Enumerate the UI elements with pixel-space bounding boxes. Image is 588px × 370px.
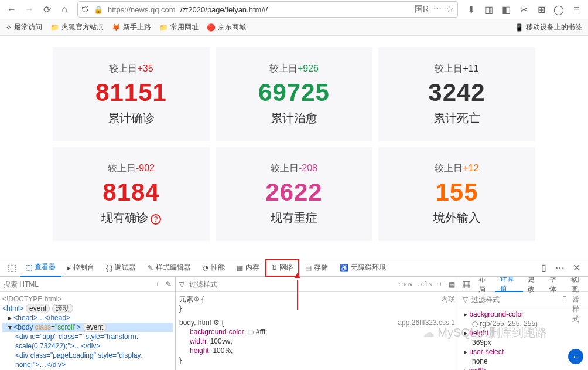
tab-icon: ⇅ xyxy=(271,264,277,272)
stat-card: 较上日+926 69725 累计治愈 xyxy=(216,47,372,141)
sidebar-icon[interactable]: ◧ xyxy=(498,1,514,18)
styles-panel: ▽ :hov .cls ＋ ▤ 元素 ⚙ { 内联 } body, html ⚙… xyxy=(176,277,459,370)
style-rules[interactable]: 元素 ⚙ { 内联 } body, html ⚙ {app.26fff323.c… xyxy=(176,292,459,370)
devtools-tab[interactable]: ▤ 存储 xyxy=(299,259,334,277)
tab-icon: ⬚ xyxy=(26,263,32,271)
dom-line: <div id="app" class="" style="transform:… xyxy=(2,332,173,351)
devtools-tabs: ⬚ ⬚ 查看器▸ 控制台{ } 调试器✎ 样式编辑器◔ 性能▦ 内存⇅ 网络▤ … xyxy=(0,259,588,277)
tab-icon: ▤ xyxy=(305,264,312,272)
style-property[interactable]: background-color: #fff; xyxy=(179,327,455,337)
reader-mode-icon[interactable]: 国R xyxy=(415,4,429,15)
downloads-icon[interactable]: ⬇ xyxy=(463,1,479,18)
lock-icon: 🔒 xyxy=(94,5,103,14)
tab-icon: ▸ xyxy=(67,264,71,272)
stat-label: 境外输入 xyxy=(433,210,480,226)
devtools-tab[interactable]: { } 调试器 xyxy=(100,259,142,277)
url-host: news.qq.com xyxy=(131,5,176,14)
clipboard-icon[interactable]: ▤ xyxy=(449,280,455,288)
page-actions-icon[interactable]: ⋯ xyxy=(433,4,442,15)
hov-cls-toggle[interactable]: :hov .cls xyxy=(397,280,432,288)
screenshot-icon[interactable]: ✂ xyxy=(515,1,532,18)
devtools-tab[interactable]: ▦ 内存 xyxy=(231,259,265,277)
computed-property[interactable]: ▸ user-selectnone xyxy=(464,347,583,366)
style-property[interactable]: height: 100%; xyxy=(179,346,455,355)
add-rule-icon[interactable]: ＋ xyxy=(437,279,444,289)
eyedropper-icon[interactable]: ✎ xyxy=(166,280,172,288)
layout-view-icon[interactable]: ▦ xyxy=(459,277,474,293)
bookmark-item[interactable]: 📁 常用网址 xyxy=(159,22,199,32)
home-button[interactable]: ⌂ xyxy=(56,1,73,18)
stat-delta: 较上日-902 xyxy=(108,162,155,175)
stat-label: 累计治愈 xyxy=(271,110,317,126)
bookmark-item[interactable]: 🦊 新手上路 xyxy=(112,22,151,32)
devtools-tab[interactable]: ⬚ 查看器 xyxy=(20,259,61,277)
help-icon[interactable]: ? xyxy=(151,214,161,225)
bookmark-star-icon[interactable]: ☆ xyxy=(446,4,454,15)
devtools: ⬚ ⬚ 查看器▸ 控制台{ } 调试器✎ 样式编辑器◔ 性能▦ 内存⇅ 网络▤ … xyxy=(0,259,588,370)
stat-label: 累计死亡 xyxy=(433,110,480,126)
stat-label: 现有确诊? xyxy=(101,210,161,226)
devtools-tab[interactable]: ✎ 样式编辑器 xyxy=(142,259,197,277)
tab-icon: { } xyxy=(106,264,112,272)
stat-number: 2622 xyxy=(265,178,322,206)
computed-property[interactable]: ▸ background-color rgb(255, 255, 255) xyxy=(464,310,583,328)
teamviewer-icon[interactable]: ↔ xyxy=(568,349,583,364)
styles-filter-input[interactable] xyxy=(189,279,388,290)
devtools-tab[interactable]: ▸ 控制台 xyxy=(61,259,100,277)
stat-label: 现有重症 xyxy=(271,210,317,226)
bookmarks-bar: ✧ 最常访问 📁 火狐官方站点 🦊 新手上路 📁 常用网址 🔴 京东商城 📱 移… xyxy=(0,19,588,35)
reload-button[interactable]: ⟳ xyxy=(39,1,55,18)
devtools-tab[interactable]: ♿ 无障碍环境 xyxy=(334,259,392,277)
bookmark-item[interactable]: 🔴 京东商城 xyxy=(207,22,246,32)
bookmark-item[interactable]: 📁 火狐官方站点 xyxy=(50,22,104,32)
account-icon[interactable]: ◯ xyxy=(551,1,567,18)
mobile-bookmarks[interactable]: 📱 移动设备上的书签 xyxy=(515,22,582,32)
browser-styles-checkbox[interactable] xyxy=(563,296,566,303)
head-tag-line: ▸ <head>…</head> xyxy=(2,313,173,323)
stat-number: 3242 xyxy=(428,79,485,107)
forward-button[interactable]: → xyxy=(21,1,37,18)
rule-selector: body, html ⚙ { xyxy=(179,318,224,327)
inspector-picker-icon[interactable]: ⬚ xyxy=(4,260,20,276)
close-icon[interactable]: ✕ xyxy=(568,260,584,276)
stat-number: 8184 xyxy=(102,178,159,206)
rule-source[interactable]: app.26fff323.css:1 xyxy=(398,318,455,327)
computed-property[interactable]: ▸ height369px xyxy=(464,328,583,347)
stat-number: 81151 xyxy=(95,79,167,107)
computed-property[interactable]: ▸ width1024px xyxy=(464,366,583,370)
computed-tab[interactable]: 字体 xyxy=(545,277,566,292)
doctype-line: <!DOCTYPE html> xyxy=(2,294,173,304)
stat-delta: 较上日+35 xyxy=(109,63,153,75)
add-icon[interactable]: ＋ xyxy=(154,279,161,289)
dom-panel: ＋ ✎ <!DOCTYPE html> <html> event 滚动 ▸ <h… xyxy=(0,277,176,370)
computed-tab[interactable]: 布局 xyxy=(474,277,495,292)
menu-icon[interactable]: ≡ xyxy=(568,1,584,18)
dom-line: <div class="pageLoading" style="display:… xyxy=(2,351,173,369)
more-icon[interactable]: ⋯ xyxy=(552,260,568,276)
body-tag-line: ▾ <body class="scroll"> event xyxy=(2,323,173,332)
library-icon[interactable]: ▥ xyxy=(480,1,497,18)
stats-grid: 较上日+35 81151 累计确诊较上日+926 69725 累计治愈较上日+1… xyxy=(53,47,535,241)
stat-card: 较上日+35 81151 累计确诊 xyxy=(53,47,210,141)
computed-tab[interactable]: 计算值 xyxy=(495,277,524,292)
search-html-input[interactable] xyxy=(4,279,149,290)
computed-filter-input[interactable] xyxy=(471,294,559,305)
responsive-icon[interactable]: ▯ xyxy=(535,260,552,276)
dom-tree[interactable]: <!DOCTYPE html> <html> event 滚动 ▸ <head>… xyxy=(0,292,175,370)
devtools-tab[interactable]: ⇅ 网络 xyxy=(265,259,299,277)
stat-delta: 较上日+12 xyxy=(435,162,478,175)
filter-icon: ▽ xyxy=(179,280,184,288)
extension-icon[interactable]: ⊞ xyxy=(533,1,549,18)
stat-number: 69725 xyxy=(258,79,330,107)
computed-tab[interactable]: 更改 xyxy=(523,277,545,292)
url-scheme: https:// xyxy=(108,5,131,14)
back-button[interactable]: ← xyxy=(4,1,20,18)
url-bar[interactable]: 🛡 🔒 https://news.qq.com/zt2020/page/feiy… xyxy=(77,1,458,18)
bookmark-item[interactable]: ✧ 最常访问 xyxy=(6,22,42,32)
devtools-tab[interactable]: ◔ 性能 xyxy=(197,259,231,277)
stat-card: 较上日+12 155 境外输入 xyxy=(378,147,535,241)
browser-chrome: ← → ⟳ ⌂ 🛡 🔒 https://news.qq.com/zt2020/p… xyxy=(0,0,588,36)
url-path: /zt2020/page/feiyan.htm#/ xyxy=(180,5,268,14)
tab-icon: ◔ xyxy=(203,264,208,272)
style-property[interactable]: width: 100vw; xyxy=(179,337,455,346)
